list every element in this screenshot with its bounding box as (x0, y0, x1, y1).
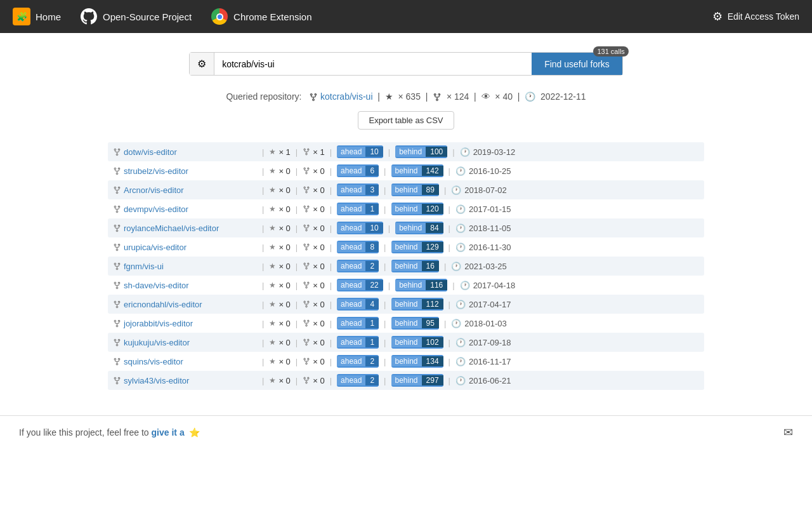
fork-name-link[interactable]: urupica/vis-editor (124, 243, 257, 252)
sep4: | (384, 262, 386, 271)
fork-stars: × 1 (278, 147, 290, 157)
fork-name-link[interactable]: Arcnor/vis-editor (124, 185, 257, 195)
ahead-label: ahead (337, 280, 365, 290)
fork-name-link[interactable]: fgnm/vis-ui (124, 262, 257, 271)
table-row: ericnondahl/vis-editor | ★ × 0 | × 0 | a… (108, 295, 704, 314)
table-row: Arcnor/vis-editor | ★ × 0 | × 0 | ahead … (108, 180, 704, 199)
fork-stat-icon (303, 319, 310, 327)
export-csv-button[interactable]: Export table as CSV (358, 111, 454, 130)
fork-row-icon (113, 319, 121, 328)
fork-row-icon (113, 338, 121, 347)
behind-num: 84 (426, 223, 443, 233)
ahead-label: ahead (337, 337, 365, 347)
clock-row-icon: 🕐 (460, 147, 470, 157)
fork-stars: × 0 (278, 357, 290, 366)
behind-badge: behind 116 (395, 279, 447, 291)
table-row: sh-dave/vis-editor | ★ × 0 | × 0 | ahead… (108, 276, 704, 295)
fork-row-icon (113, 167, 121, 175)
footer-text: If you like this project, feel free to g… (19, 427, 200, 438)
ahead-badge: ahead 1 (337, 317, 379, 330)
behind-badge: behind 89 (391, 184, 439, 196)
behind-label: behind (391, 318, 422, 328)
search-input[interactable] (214, 53, 532, 75)
repo-forks: 124 (454, 91, 469, 102)
fork-name-link[interactable]: dotw/vis-editor (124, 147, 257, 157)
sep5: | (449, 243, 450, 252)
find-forks-button[interactable]: Find useful forks 131 calls (532, 53, 622, 75)
sep3: | (330, 262, 332, 271)
fork-name-link[interactable]: roylanceMichael/vis-editor (124, 224, 257, 233)
fork-row-icon (113, 377, 121, 385)
sep2: | (296, 338, 298, 347)
sep3: | (330, 338, 332, 347)
gear-icon: ⚙ (712, 10, 723, 23)
behind-label: behind (391, 261, 422, 271)
behind-label: behind (391, 242, 422, 252)
oss-nav-item[interactable]: Open-Source Project (80, 8, 192, 25)
fork-date: 🕐 2018-07-02 (451, 185, 521, 195)
fork-stars: × 0 (278, 319, 290, 328)
ahead-num: 8 (365, 242, 379, 252)
ahead-label: ahead (337, 185, 365, 195)
gear-settings-icon: ⚙ (197, 58, 206, 70)
behind-num: 297 (422, 375, 443, 385)
fork-name-link[interactable]: sylvia43/vis-editor (124, 376, 257, 385)
fork-name-link[interactable]: kujukuju/vis-editor (124, 338, 257, 347)
fork-forks: × 0 (313, 319, 324, 328)
sep3: | (330, 185, 332, 195)
repo-link[interactable]: kotcrab/vis-ui (320, 91, 372, 102)
fork-forks: × 0 (313, 376, 324, 385)
fork-stars: × 0 (278, 376, 290, 385)
footer-email-icon[interactable]: ✉ (783, 425, 793, 439)
github-icon (80, 8, 98, 25)
fork-name-link[interactable]: devmpv/vis-editor (124, 204, 257, 214)
clock-row-icon: 🕐 (455, 376, 466, 385)
sep1: | (262, 262, 264, 271)
fork-name-link[interactable]: sh-dave/vis-editor (124, 281, 257, 290)
fork-date: 🕐 2016-11-30 (455, 243, 525, 252)
behind-badge: behind 100 (395, 145, 447, 158)
fork-name-link[interactable]: squins/vis-editor (124, 357, 257, 366)
footer-star-link[interactable]: give it a (152, 427, 185, 438)
clock-row-icon: 🕐 (451, 185, 461, 195)
fork-row-icon (113, 186, 121, 194)
sep3: | (330, 319, 332, 328)
behind-num: 95 (422, 318, 439, 328)
behind-num: 89 (422, 185, 439, 195)
star-stat-icon: ★ (269, 319, 276, 328)
behind-badge: behind 102 (391, 336, 443, 349)
edit-token-button[interactable]: ⚙ Edit Access Token (712, 10, 799, 23)
sep3: | (330, 147, 332, 157)
fork-stat-icon (303, 262, 310, 270)
sep5: | (449, 338, 450, 347)
fork-stat-icon (303, 186, 310, 194)
fork-row-icon (113, 358, 121, 366)
home-nav-item[interactable]: 🧩 Home (13, 8, 61, 25)
fork-forks: × 1 (313, 147, 324, 157)
fork-stars: × 0 (278, 243, 290, 252)
search-settings-button[interactable]: ⚙ (190, 53, 214, 75)
fork-count-icon (433, 93, 442, 102)
fork-name-link[interactable]: ericnondahl/vis-editor (124, 300, 257, 309)
ahead-num: 2 (365, 261, 379, 271)
behind-badge: behind 84 (395, 222, 443, 234)
behind-badge: behind 95 (391, 317, 439, 330)
sep5: | (444, 185, 446, 195)
behind-label: behind (395, 147, 426, 157)
fork-row-icon (113, 205, 121, 213)
fork-stat-icon (303, 300, 310, 308)
sep5: | (449, 376, 450, 385)
forks-table: dotw/vis-editor | ★ × 1 | × 1 | ahead 10… (95, 142, 717, 390)
fork-row-icon (113, 262, 121, 271)
ahead-badge: ahead 8 (337, 241, 379, 253)
ahead-num: 10 (365, 223, 383, 233)
fork-name-link[interactable]: jojorabbit/vis-editor (124, 319, 257, 328)
table-row: fgnm/vis-ui | ★ × 0 | × 0 | ahead 2 | be… (108, 257, 704, 276)
fork-stat-icon (303, 167, 310, 175)
star-stat-icon: ★ (269, 376, 276, 385)
behind-num: 142 (422, 166, 443, 176)
ext-nav-item[interactable]: Chrome Extension (211, 8, 311, 25)
queried-label: Queried repository: (226, 91, 301, 102)
sep3: | (330, 166, 332, 176)
fork-name-link[interactable]: strubelz/vis-editor (124, 166, 257, 176)
